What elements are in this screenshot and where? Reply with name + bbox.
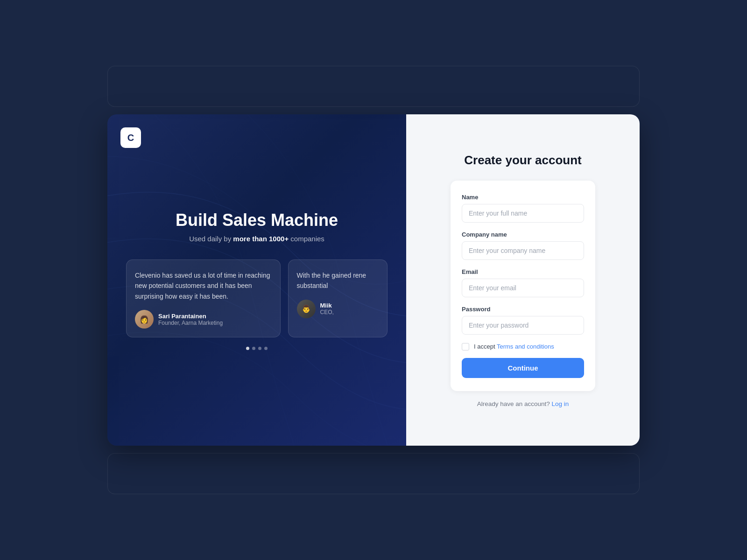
- author-title-2: CEO,: [320, 309, 334, 315]
- password-field-group: Password: [462, 306, 584, 335]
- email-input[interactable]: [462, 279, 584, 297]
- company-input[interactable]: [462, 241, 584, 260]
- headline: Build Sales Machine: [126, 210, 388, 230]
- name-field-group: Name: [462, 194, 584, 223]
- terms-row: I accept Terms and conditions: [462, 343, 584, 350]
- form-card: Name Company name Email: [451, 181, 595, 391]
- outer-background: C Build Sales Machine Used daily by more…: [0, 0, 747, 560]
- form-container: Create your account Name Company name: [451, 153, 595, 407]
- dot-4[interactable]: [264, 347, 268, 350]
- continue-button[interactable]: Continue: [462, 358, 584, 378]
- company-label: Company name: [462, 231, 584, 238]
- testimonial-text-1: Clevenio has saved us a lot of time in r…: [135, 270, 272, 301]
- main-card: C Build Sales Machine Used daily by more…: [107, 114, 640, 446]
- terms-checkbox[interactable]: [462, 343, 469, 350]
- avatar-emoji-1: 👩: [140, 315, 149, 324]
- terms-prefix: I accept: [474, 343, 497, 350]
- name-label: Name: [462, 194, 584, 201]
- email-label: Email: [462, 268, 584, 275]
- terms-link[interactable]: Terms and conditions: [497, 343, 554, 350]
- left-content: Build Sales Machine Used daily by more t…: [126, 210, 388, 350]
- terms-text: I accept Terms and conditions: [474, 343, 554, 350]
- logo: C: [120, 127, 141, 148]
- author-info-1: Sari Parantainen Founder, Aarna Marketin…: [158, 313, 223, 326]
- testimonial-text-2: With the he gained rene substantial: [297, 270, 379, 291]
- testimonials-row: Clevenio has saved us a lot of time in r…: [126, 259, 388, 337]
- right-panel: Create your account Name Company name: [406, 114, 640, 446]
- testimonial-author-2: 👨 Miik CEO,: [297, 300, 379, 318]
- login-prompt-text: Already have an account?: [477, 400, 552, 407]
- login-prompt: Already have an account? Log in: [451, 400, 595, 407]
- left-panel: C Build Sales Machine Used daily by more…: [107, 114, 406, 446]
- avatar-2: 👨: [297, 300, 316, 318]
- form-title: Create your account: [451, 153, 595, 168]
- author-name-1: Sari Parantainen: [158, 313, 223, 320]
- avatar-emoji-2: 👨: [302, 304, 311, 313]
- subtitle-suffix: companies: [289, 235, 324, 243]
- testimonial-card-2: With the he gained rene substantial 👨 Mi…: [288, 259, 388, 337]
- subtitle: Used daily by more than 1000+ companies: [126, 235, 388, 243]
- avatar-1: 👩: [135, 310, 154, 329]
- password-input[interactable]: [462, 316, 584, 335]
- testimonial-card-1: Clevenio has saved us a lot of time in r…: [126, 259, 281, 337]
- subtitle-prefix: Used daily by: [189, 235, 233, 243]
- testimonial-author-1: 👩 Sari Parantainen Founder, Aarna Market…: [135, 310, 272, 329]
- author-info-2: Miik CEO,: [320, 302, 334, 315]
- dot-3[interactable]: [258, 347, 261, 350]
- pagination-dots: [126, 347, 388, 350]
- dot-2[interactable]: [252, 347, 255, 350]
- logo-letter: C: [127, 133, 134, 143]
- name-input[interactable]: [462, 204, 584, 223]
- subtitle-highlight: more than 1000+: [233, 235, 289, 243]
- author-name-2: Miik: [320, 302, 334, 309]
- ghost-card-top: [107, 66, 640, 107]
- ghost-card-bottom: [107, 453, 640, 494]
- company-field-group: Company name: [462, 231, 584, 260]
- dot-1[interactable]: [246, 347, 249, 350]
- password-label: Password: [462, 306, 584, 313]
- login-link[interactable]: Log in: [552, 400, 569, 407]
- author-title-1: Founder, Aarna Marketing: [158, 320, 223, 326]
- email-field-group: Email: [462, 268, 584, 297]
